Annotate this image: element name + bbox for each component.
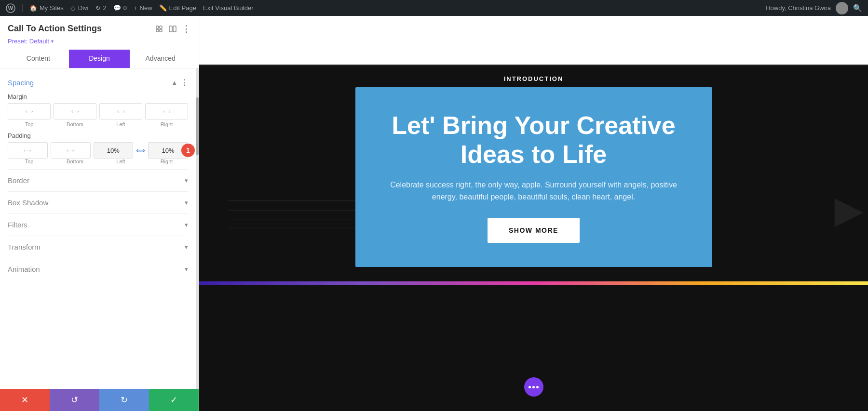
comments-badge-menu[interactable]: 💬 0 [113, 4, 127, 12]
padding-link-icon[interactable]: ⟺ [136, 142, 145, 159]
my-sites-icon: 🏠 [29, 4, 37, 12]
padding-left-input[interactable] [105, 147, 122, 154]
dot-3 [536, 386, 539, 388]
comment-icon: 💬 [113, 4, 121, 12]
spacing-menu-btn[interactable]: ⋮ [180, 78, 188, 87]
plus-icon: + [134, 4, 137, 12]
tab-content[interactable]: Content [8, 50, 69, 68]
svg-rect-2 [156, 26, 159, 28]
exit-visual-builder-btn[interactable]: Exit Visual Builder [203, 4, 254, 12]
margin-left-field[interactable]: ⟺ [99, 103, 142, 119]
comments-count: 2 [103, 4, 107, 12]
undo-button[interactable]: ↺ [50, 389, 99, 411]
tab-advanced[interactable]: Advanced [130, 50, 191, 68]
margin-top-link-icon: ⟺ [26, 108, 33, 115]
filters-section: Filters ▾ [8, 213, 188, 236]
my-sites-menu[interactable]: 🏠 My Sites [29, 4, 64, 12]
save-button[interactable]: ✓ [149, 389, 199, 411]
padding-field-labels: Top Bottom Left Right [8, 159, 188, 164]
divi-label: Divi [78, 4, 89, 12]
padding-right-label: Right [145, 159, 188, 164]
spacing-collapse-btn[interactable]: ▲ [171, 79, 177, 86]
expand-icon[interactable] [154, 24, 164, 34]
tab-design[interactable]: Design [69, 50, 130, 68]
transform-header[interactable]: Transform ▾ [8, 243, 188, 251]
svg-rect-5 [160, 29, 162, 32]
divi-icon: ◇ [70, 4, 76, 12]
svg-rect-4 [156, 29, 159, 32]
columns-icon[interactable] [168, 24, 177, 34]
border-header[interactable]: Border ▾ [8, 176, 188, 185]
margin-bottom-field[interactable]: ⟺ [54, 103, 96, 119]
padding-top-link-icon: ⟺ [24, 147, 31, 154]
animation-chevron-icon: ▾ [185, 265, 188, 273]
dot-1 [529, 386, 531, 388]
comments-menu[interactable]: ↻ 2 [95, 4, 107, 12]
wordpress-logo[interactable]: W [6, 3, 15, 13]
sync-icon: ↻ [95, 4, 101, 12]
padding-top-field[interactable]: ⟺ [8, 142, 48, 159]
spacing-section: Spacing ▲ ⋮ Margin ⟺ [8, 78, 188, 164]
margin-left-label: Left [99, 121, 142, 127]
border-title: Border [8, 176, 29, 185]
padding-left-label: Left [99, 159, 142, 164]
preview-bottom-area [199, 272, 868, 411]
cancel-button[interactable]: ✕ [0, 389, 50, 411]
edit-page-label: Edit Page [169, 4, 196, 12]
margin-top-field[interactable]: ⟺ [8, 103, 51, 119]
margin-field-labels: Top Bottom Left Right [8, 121, 188, 127]
step-badge: 1 [181, 144, 195, 157]
redo-button[interactable]: ↻ [99, 389, 149, 411]
preset-chevron-icon: ▾ [51, 39, 54, 44]
howdy-label: Howdy, Christina Gwira [766, 4, 831, 12]
exit-label: Exit Visual Builder [203, 4, 254, 12]
spacing-section-header: Spacing ▲ ⋮ [8, 78, 188, 87]
gradient-bar [199, 281, 868, 285]
panel-tabs: Content Design Advanced [8, 50, 191, 68]
avatar[interactable] [836, 2, 848, 14]
preset-row[interactable]: Preset: Default ▾ [8, 38, 191, 45]
svg-rect-6 [169, 26, 172, 32]
animation-header[interactable]: Animation ▾ [8, 265, 188, 273]
box-shadow-header[interactable]: Box Shadow ▾ [8, 199, 188, 207]
box-shadow-title: Box Shadow [8, 199, 48, 207]
right-preview: INTRODUCTION Let' Bring Your Creative Id… [199, 16, 868, 411]
margin-right-link-icon: ⟺ [163, 108, 171, 115]
margin-fields-row: ⟺ ⟺ ⟺ ⟺ [8, 103, 188, 119]
panel-body: Spacing ▲ ⋮ Margin ⟺ [0, 68, 199, 389]
cta-title: Let' Bring Your Creative Ideas to Life [384, 111, 683, 169]
divi-menu[interactable]: ◇ Divi [70, 4, 89, 12]
scrollbar-track[interactable] [196, 68, 199, 389]
admin-bar-right: Howdy, Christina Gwira 🔍 [766, 2, 862, 14]
panel-inner: Call To Action Settings [0, 16, 199, 411]
transform-title: Transform [8, 243, 41, 251]
new-menu[interactable]: + New [134, 4, 152, 12]
dots-row [529, 386, 539, 388]
padding-bottom-label: Bottom [54, 159, 96, 164]
margin-bottom-label: Bottom [54, 121, 96, 127]
spacing-title: Spacing [8, 79, 34, 87]
cta-card: Let' Bring Your Creative Ideas to Life C… [355, 87, 712, 267]
more-options-icon[interactable]: ⋮ [181, 24, 191, 34]
panel-title-icons: ⋮ [154, 24, 191, 34]
search-icon[interactable]: 🔍 [853, 4, 862, 13]
my-sites-label: My Sites [40, 4, 64, 12]
preset-label: Preset: Default [8, 38, 49, 45]
svg-rect-7 [173, 26, 176, 32]
floating-dots-button[interactable] [524, 377, 543, 397]
cta-button[interactable]: SHOW MORE [488, 218, 580, 243]
padding-left-field[interactable] [94, 142, 134, 159]
padding-bottom-field[interactable]: ⟺ [51, 142, 91, 159]
margin-right-field[interactable]: ⟺ [145, 103, 188, 119]
border-chevron-icon: ▾ [185, 177, 188, 184]
pencil-icon: ✏️ [159, 4, 167, 12]
animation-section: Animation ▾ [8, 258, 188, 280]
svg-text:W: W [8, 5, 14, 11]
margin-right-label: Right [145, 121, 188, 127]
margin-bottom-link-icon: ⟺ [71, 108, 79, 115]
padding-right-input[interactable] [160, 147, 177, 154]
panel-scroll-area: Spacing ▲ ⋮ Margin ⟺ [0, 68, 196, 389]
scrollbar-thumb[interactable] [196, 97, 199, 155]
filters-header[interactable]: Filters ▾ [8, 221, 188, 229]
edit-page-btn[interactable]: ✏️ Edit Page [159, 4, 196, 12]
